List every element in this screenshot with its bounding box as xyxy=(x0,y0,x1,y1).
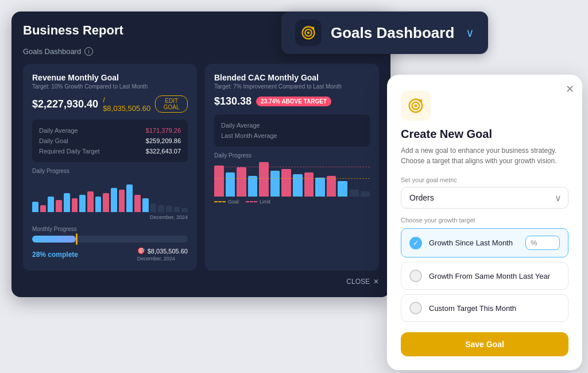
panel-goal-icon xyxy=(401,91,431,121)
cac-upper-limit-line xyxy=(214,167,370,167)
bar xyxy=(48,197,54,212)
bar xyxy=(95,197,102,212)
progress-percentage: 28% complete xyxy=(32,251,78,259)
target-icon xyxy=(300,25,316,41)
svg-point-2 xyxy=(307,32,310,34)
cac-value-row: $130.38 23.74% ABOVE TARGET xyxy=(214,95,370,107)
cac-bar xyxy=(270,171,280,197)
info-icon[interactable]: i xyxy=(84,47,93,56)
same-month-last-year-label: Growth From Same Month Last Year xyxy=(429,272,560,280)
radio-since-last-month: ✓ xyxy=(409,237,422,249)
goals-header-pill[interactable]: Goals Dashboard ∨ xyxy=(281,11,488,54)
goal-legend-label: Goal xyxy=(228,199,239,205)
revenue-card-subtitle: Target: 10% Growth Compared to Last Mont… xyxy=(32,83,188,90)
bar xyxy=(142,198,149,212)
growth-target-form-label: Choose your growth target xyxy=(401,217,568,224)
cac-stat-label-daily-avg: Daily Average xyxy=(221,122,260,129)
business-report-card: Business Report ▷ Watch tutorial Goals D… xyxy=(11,11,390,297)
close-x-icon: ✕ xyxy=(373,278,379,286)
revenue-bar-chart xyxy=(32,178,188,212)
cac-bar xyxy=(338,181,347,197)
progress-goal-value: 🎯 $8,035,505.60 xyxy=(137,247,188,255)
bar xyxy=(119,190,125,212)
goals-pill-icon-container xyxy=(295,20,322,46)
stat-value-required-daily: $322,643.07 xyxy=(146,148,181,155)
close-panel-button[interactable]: CLOSE ✕ xyxy=(346,278,379,286)
cac-bar xyxy=(349,190,359,197)
radio-same-month-last-year xyxy=(409,270,422,282)
bar xyxy=(134,195,141,212)
cac-bar xyxy=(248,176,258,197)
cac-stat-row-daily-avg: Daily Average xyxy=(221,120,363,130)
bar xyxy=(111,188,117,212)
stat-row-daily-avg: Daily Average $171,379.26 xyxy=(39,125,181,136)
stat-row-required-daily: Required Daily Target $322,643.07 xyxy=(39,146,181,156)
progress-goal: 🎯 $8,035,505.60 December, 2024 xyxy=(137,247,188,262)
bar xyxy=(158,205,164,212)
limit-legend-label: Limit xyxy=(260,199,270,205)
cac-bar xyxy=(214,166,224,197)
target-option-custom-target[interactable]: Custom Target This Month xyxy=(401,294,568,322)
close-label: CLOSE xyxy=(346,278,370,286)
bar xyxy=(72,198,78,212)
limit-legend-line xyxy=(246,201,257,202)
revenue-main-value: $2,227,930.40 xyxy=(32,98,98,110)
close-row: CLOSE ✕ xyxy=(23,278,379,286)
check-icon: ✓ xyxy=(413,239,419,247)
goal-target-icon xyxy=(407,97,424,114)
cac-bar xyxy=(237,167,246,197)
metric-select[interactable]: Orders Revenue xyxy=(401,187,568,209)
stat-label-daily-avg: Daily Average xyxy=(39,127,78,134)
monthly-progress-label: Monthly Progress xyxy=(32,226,188,232)
cac-daily-progress-label: Daily Progress xyxy=(214,152,370,159)
progress-marker xyxy=(76,233,78,245)
cac-bar-chart xyxy=(214,162,370,197)
above-target-badge: 23.74% ABOVE TARGET xyxy=(256,97,331,106)
legend-limit: Limit xyxy=(246,199,270,205)
bar xyxy=(150,203,157,212)
pct-input[interactable] xyxy=(537,239,555,247)
save-goal-button[interactable]: Save Goal xyxy=(401,332,568,356)
radio-custom-target xyxy=(409,302,422,314)
panel-close-button[interactable]: ✕ xyxy=(566,83,574,95)
bar xyxy=(32,202,38,212)
cac-bar xyxy=(361,191,370,197)
metrics-row: Revenue Monthly Goal Target: 10% Growth … xyxy=(23,64,379,271)
stat-row-daily-goal: Daily Goal $259,209.86 xyxy=(39,136,181,146)
target-option-since-last-month[interactable]: ✓ Growth Since Last Month % xyxy=(401,228,568,257)
goals-pill-title: Goals Dashboard xyxy=(331,24,457,42)
bar xyxy=(166,206,172,212)
edit-goal-button[interactable]: EDIT GOAL xyxy=(155,95,188,113)
cac-card-title: Blended CAC Monthly Goal xyxy=(214,73,370,82)
report-title: Business Report xyxy=(23,23,123,38)
goal-amount: $8,035,505.60 xyxy=(148,248,188,255)
revenue-card-title: Revenue Monthly Goal xyxy=(32,73,188,82)
cac-metric-card: Blended CAC Monthly Goal Target: 7% Impr… xyxy=(205,64,379,271)
cac-legend: Goal Limit xyxy=(214,199,370,205)
bar xyxy=(126,184,133,212)
cac-bar xyxy=(293,174,303,197)
revenue-secondary-value: / $8,035,505.60 xyxy=(103,95,150,113)
progress-footer: 28% complete 🎯 $8,035,505.60 December, 2… xyxy=(32,247,188,262)
create-goal-title: Create New Goal xyxy=(401,128,568,141)
bar xyxy=(87,191,94,212)
chevron-down-icon[interactable]: ∨ xyxy=(466,26,474,40)
stat-label-required-daily: Required Daily Target xyxy=(39,148,100,155)
progress-fill xyxy=(32,236,76,243)
bar xyxy=(79,195,86,212)
stat-label-daily-goal: Daily Goal xyxy=(39,137,68,144)
svg-point-5 xyxy=(415,105,417,107)
daily-progress-label: Daily Progress xyxy=(32,168,188,174)
cac-bar xyxy=(259,162,269,197)
monthly-progress-bar xyxy=(32,236,188,243)
create-goal-panel: ✕ Create New Goal Add a new goal to enha… xyxy=(387,75,582,370)
revenue-stats-box: Daily Average $171,379.26 Daily Goal $25… xyxy=(32,120,188,162)
cac-stats-box: Daily Average Last Month Average xyxy=(214,114,370,147)
bar xyxy=(181,208,188,212)
stat-value-daily-avg: $171,379.26 xyxy=(146,127,181,134)
bar xyxy=(40,205,47,212)
revenue-metric-card: Revenue Monthly Goal Target: 10% Growth … xyxy=(23,64,197,271)
cac-bar xyxy=(226,172,235,197)
target-option-same-month-last-year[interactable]: Growth From Same Month Last Year xyxy=(401,262,568,290)
bar xyxy=(174,207,180,212)
